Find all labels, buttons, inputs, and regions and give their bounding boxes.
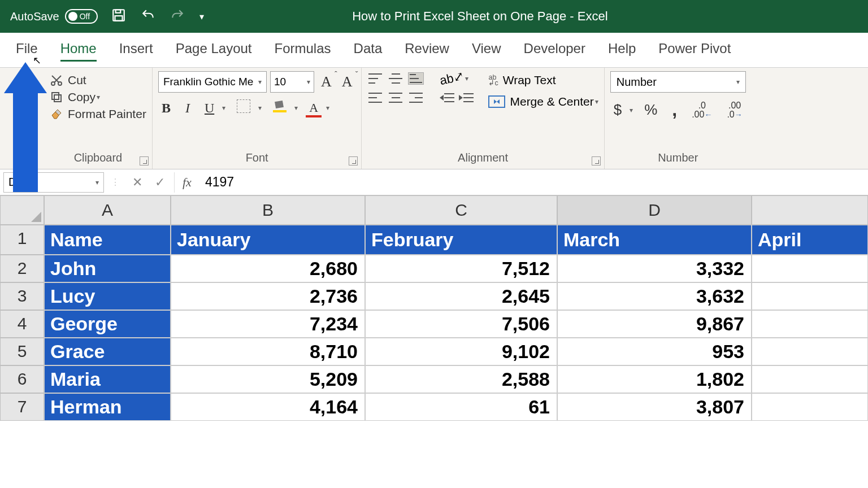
data-cell[interactable]: 7,506	[365, 310, 557, 338]
name-cell[interactable]: Maria	[44, 365, 171, 393]
row-header-3[interactable]: 3	[0, 282, 44, 310]
align-bottom-button[interactable]	[408, 72, 424, 85]
autosave-control[interactable]: AutoSave Off	[10, 9, 98, 24]
decrease-indent-button[interactable]	[440, 91, 454, 104]
decrease-font-button[interactable]: A	[338, 72, 356, 91]
copy-button[interactable]: Copy ▾	[50, 90, 146, 104]
column-header-D[interactable]: D	[557, 195, 752, 225]
undo-icon[interactable]	[141, 8, 155, 25]
row-header-6[interactable]: 6	[0, 365, 44, 393]
chevron-down-icon[interactable]: ▾	[97, 93, 100, 101]
data-cell[interactable]: 61	[365, 393, 557, 421]
data-cell[interactable]	[752, 255, 868, 282]
tab-insert[interactable]: Insert	[119, 41, 153, 62]
orientation-button[interactable]: ab⤢	[439, 69, 465, 88]
data-cell[interactable]: 3,632	[557, 282, 752, 310]
number-format-select[interactable]: Number ▾	[610, 71, 746, 93]
chevron-down-icon[interactable]: ▾	[595, 98, 598, 106]
name-cell[interactable]: George	[44, 310, 171, 338]
autosave-toggle[interactable]: Off	[65, 9, 98, 24]
accounting-format-button[interactable]: $	[610, 100, 625, 120]
italic-button[interactable]: I	[182, 99, 193, 117]
data-cell[interactable]: 2,736	[171, 282, 365, 310]
name-cell[interactable]: Lucy	[44, 282, 171, 310]
font-launcher-icon[interactable]	[349, 156, 358, 165]
align-middle-button[interactable]	[388, 72, 403, 85]
increase-font-button[interactable]: A	[318, 72, 335, 91]
font-name-select[interactable]: Franklin Gothic Me ▾	[158, 71, 267, 93]
column-header-A[interactable]: A	[44, 195, 171, 225]
column-header-C[interactable]: C	[365, 195, 557, 225]
save-icon[interactable]	[111, 8, 126, 25]
data-cell[interactable]	[752, 310, 868, 338]
tab-help[interactable]: Help	[608, 41, 636, 62]
row-header-2[interactable]: 2	[0, 255, 44, 282]
data-cell[interactable]: 3,807	[557, 393, 752, 421]
spreadsheet-grid[interactable]: ABCD1NameJanuaryFebruaryMarchApril2John2…	[0, 195, 868, 421]
tab-formulas[interactable]: Formulas	[275, 41, 331, 62]
align-right-button[interactable]	[408, 91, 424, 104]
tab-power-pivot[interactable]: Power Pivot	[658, 41, 731, 62]
header-cell[interactable]: February	[365, 225, 557, 255]
percent-format-button[interactable]: %	[641, 100, 661, 120]
fx-icon[interactable]: fx	[175, 175, 199, 190]
data-cell[interactable]: 7,512	[365, 255, 557, 282]
chevron-down-icon[interactable]: ▾	[294, 104, 298, 112]
increase-indent-button[interactable]	[459, 91, 474, 104]
header-cell[interactable]: January	[171, 225, 365, 255]
customize-qat-icon[interactable]: ▾	[199, 11, 204, 22]
data-cell[interactable]: 1,802	[557, 365, 752, 393]
data-cell[interactable]	[752, 365, 868, 393]
data-cell[interactable]: 8,710	[171, 338, 365, 365]
format-painter-button[interactable]: Format Painter	[50, 107, 146, 121]
header-cell[interactable]: April	[752, 225, 868, 255]
tab-data[interactable]: Data	[354, 41, 383, 62]
data-cell[interactable]: 4,164	[171, 393, 365, 421]
data-cell[interactable]: 7,234	[171, 310, 365, 338]
data-cell[interactable]: 2,680	[171, 255, 365, 282]
chevron-down-icon[interactable]: ▾	[630, 106, 633, 114]
confirm-entry-button[interactable]: ✓	[155, 175, 165, 190]
data-cell[interactable]: 2,588	[365, 365, 557, 393]
tab-file[interactable]: File	[16, 41, 38, 62]
redo-icon[interactable]	[170, 8, 185, 25]
underline-button[interactable]: U	[201, 99, 218, 117]
chevron-down-icon[interactable]: ▾	[222, 104, 225, 112]
comma-format-button[interactable]: ,	[669, 98, 680, 121]
column-header-partial[interactable]	[752, 195, 868, 225]
data-cell[interactable]: 2,645	[365, 282, 557, 310]
fill-color-button[interactable]	[270, 99, 290, 117]
align-top-button[interactable]	[367, 72, 383, 85]
tab-view[interactable]: View	[472, 41, 501, 62]
row-header-4[interactable]: 4	[0, 310, 44, 338]
chevron-down-icon[interactable]: ▾	[258, 104, 262, 112]
alignment-launcher-icon[interactable]	[592, 156, 601, 165]
tab-home[interactable]: Home	[60, 41, 97, 62]
row-header-5[interactable]: 5	[0, 338, 44, 365]
font-size-select[interactable]: 10 ▾	[270, 71, 314, 93]
chevron-down-icon[interactable]: ▾	[326, 104, 329, 112]
name-cell[interactable]: Herman	[44, 393, 171, 421]
clipboard-launcher-icon[interactable]	[140, 156, 149, 165]
align-center-button[interactable]	[388, 91, 403, 104]
name-box[interactable]: D10 ▾	[3, 172, 104, 193]
data-cell[interactable]	[752, 393, 868, 421]
increase-decimal-button[interactable]: .0.00←	[688, 100, 715, 120]
tab-review[interactable]: Review	[405, 41, 449, 62]
column-header-B[interactable]: B	[171, 195, 365, 225]
cancel-entry-button[interactable]: ✕	[132, 175, 142, 190]
data-cell[interactable]	[752, 282, 868, 310]
row-header-7[interactable]: 7	[0, 393, 44, 421]
tab-developer[interactable]: Developer	[524, 41, 585, 62]
header-cell[interactable]: March	[557, 225, 752, 255]
row-header-1[interactable]: 1	[0, 225, 44, 255]
data-cell[interactable]: 5,209	[171, 365, 365, 393]
align-left-button[interactable]	[367, 91, 383, 104]
chevron-down-icon[interactable]: ▾	[465, 75, 468, 82]
borders-button[interactable]	[233, 98, 254, 117]
cut-button[interactable]: Cut	[50, 73, 146, 87]
header-cell[interactable]: Name	[44, 225, 171, 255]
data-cell[interactable]	[752, 338, 868, 365]
data-cell[interactable]: 9,867	[557, 310, 752, 338]
decrease-decimal-button[interactable]: .00.0→	[723, 100, 745, 120]
